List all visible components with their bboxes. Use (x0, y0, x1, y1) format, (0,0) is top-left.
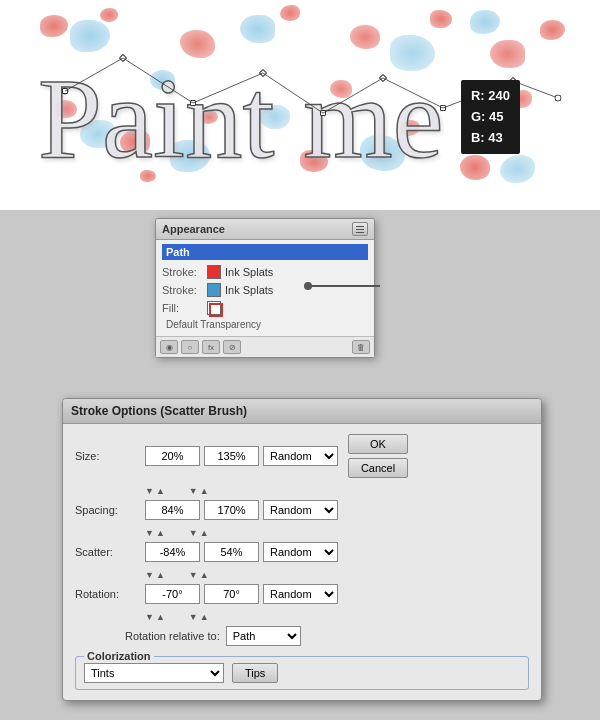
size-max-up[interactable]: ▲ (200, 486, 209, 496)
fill-row: Fill: (162, 299, 368, 317)
path-label: Path (166, 246, 190, 258)
anchor-point-9 (555, 95, 561, 101)
size-min-up[interactable]: ▲ (156, 486, 165, 496)
anchor-point-7 (440, 105, 446, 111)
panel-title-bar: Appearance (156, 219, 374, 240)
stroke2-label: Stroke: (162, 284, 207, 296)
panel-bottom-bar: ◉ ○ fx ⊘ 🗑 (156, 336, 374, 357)
menu-line-1 (356, 226, 364, 227)
clear-button[interactable]: ⊘ (223, 340, 241, 354)
rotation-min-up[interactable]: ▲ (156, 612, 165, 622)
rotation-max-down[interactable]: ▼ (189, 612, 198, 622)
spacing-label: Spacing: (75, 504, 145, 516)
size-type-dropdown[interactable]: Random Fixed Pressure (263, 446, 338, 466)
anchor-point-3 (190, 100, 196, 106)
spacing-arrows: ▼ ▲ ▼ ▲ (145, 528, 529, 538)
stroke1-label: Stroke: (162, 266, 207, 278)
anchor-point-1 (62, 88, 68, 94)
rotation-type-dropdown[interactable]: Random Fixed Pressure (263, 584, 338, 604)
scatter-label: Scatter: (75, 546, 145, 558)
b-value: 43 (488, 130, 502, 145)
size-min-down[interactable]: ▼ (145, 486, 154, 496)
spacing-max-up[interactable]: ▲ (200, 528, 209, 538)
scatter-input-group: Random Fixed Pressure (145, 542, 338, 562)
ok-cancel-group: OK Cancel (348, 434, 408, 478)
scatter-min-up[interactable]: ▲ (156, 570, 165, 580)
g-value: 45 (489, 109, 503, 124)
spacing-type-dropdown[interactable]: Random Fixed Pressure (263, 500, 338, 520)
size-max-input[interactable] (204, 446, 259, 466)
stroke1-swatch[interactable] (207, 265, 221, 279)
transparency-text: Default Transparency (162, 317, 368, 332)
colorization-inner: Tints Tints and Shades Hue Shift None Ti… (84, 663, 520, 683)
rotation-relative-row: Rotation relative to: Path Page None (125, 626, 529, 646)
tips-button[interactable]: Tips (232, 663, 278, 683)
connector-line (310, 285, 380, 287)
panel-title: Appearance (162, 223, 225, 235)
add-effect-button[interactable]: fx (202, 340, 220, 354)
anchor-point-5 (320, 110, 326, 116)
panel-body: Path Stroke: Ink Splats Stroke: Ink Spla… (156, 240, 374, 336)
dialog-body: Size: Random Fixed Pressure OK Cancel ▼ … (63, 424, 541, 700)
rotation-relative-label: Rotation relative to: (125, 630, 220, 642)
dialog-title: Stroke Options (Scatter Brush) (63, 399, 541, 424)
fill-swatch[interactable] (207, 301, 221, 315)
add-fill-button[interactable]: ○ (181, 340, 199, 354)
rotation-relative-dropdown[interactable]: Path Page None (226, 626, 301, 646)
color-tooltip: R: 240 G: 45 B: 43 (461, 80, 520, 154)
size-max-down[interactable]: ▼ (189, 486, 198, 496)
spacing-row: Spacing: Random Fixed Pressure (75, 500, 529, 520)
stroke1-value[interactable]: Ink Splats (225, 266, 273, 278)
panel-menu-button[interactable] (352, 222, 368, 236)
ok-button[interactable]: OK (348, 434, 408, 454)
panel-path-header: Path (162, 244, 368, 260)
menu-line-2 (356, 229, 364, 230)
size-row: Size: Random Fixed Pressure OK Cancel (75, 434, 529, 478)
canvas-area: Paint me Paint me R: 240 G: 45 B: 43 (0, 0, 600, 210)
menu-line-3 (356, 232, 364, 233)
stroke-options-dialog: Stroke Options (Scatter Brush) Size: Ran… (62, 398, 542, 701)
rotation-max-input[interactable] (204, 584, 259, 604)
scatter-row: Scatter: Random Fixed Pressure (75, 542, 529, 562)
scatter-arrows: ▼ ▲ ▼ ▲ (145, 570, 529, 580)
rotation-min-down[interactable]: ▼ (145, 612, 154, 622)
size-input-group: Random Fixed Pressure OK Cancel (145, 434, 408, 478)
rotation-min-input[interactable] (145, 584, 200, 604)
colorization-legend: Colorization (84, 650, 154, 662)
spacing-input-group: Random Fixed Pressure (145, 500, 338, 520)
rotation-arrows: ▼ ▲ ▼ ▲ (145, 612, 529, 622)
rotation-max-up[interactable]: ▲ (200, 612, 209, 622)
fill-label: Fill: (162, 302, 207, 314)
size-label: Size: (75, 450, 145, 462)
colorization-box: Colorization Tints Tints and Shades Hue … (75, 656, 529, 690)
rotation-input-group: Random Fixed Pressure (145, 584, 338, 604)
size-arrows: ▼ ▲ ▼ ▲ (145, 486, 529, 496)
stroke2-row: Stroke: Ink Splats (162, 281, 368, 299)
stroke2-swatch[interactable] (207, 283, 221, 297)
colorization-method-dropdown[interactable]: Tints Tints and Shades Hue Shift None (84, 663, 224, 683)
scatter-max-up[interactable]: ▲ (200, 570, 209, 580)
size-min-input[interactable] (145, 446, 200, 466)
connector-dot (304, 282, 312, 290)
b-label: B: (471, 130, 485, 145)
spacing-min-down[interactable]: ▼ (145, 528, 154, 538)
scatter-max-input[interactable] (204, 542, 259, 562)
add-stroke-button[interactable]: ◉ (160, 340, 178, 354)
scatter-type-dropdown[interactable]: Random Fixed Pressure (263, 542, 338, 562)
delete-button[interactable]: 🗑 (352, 340, 370, 354)
rotation-label: Rotation: (75, 588, 145, 600)
scatter-min-down[interactable]: ▼ (145, 570, 154, 580)
spacing-min-input[interactable] (145, 500, 200, 520)
spacing-max-down[interactable]: ▼ (189, 528, 198, 538)
g-label: G: (471, 109, 485, 124)
spacing-min-up[interactable]: ▲ (156, 528, 165, 538)
r-label: R: (471, 88, 485, 103)
scatter-max-down[interactable]: ▼ (189, 570, 198, 580)
stroke2-value[interactable]: Ink Splats (225, 284, 273, 296)
spacing-max-input[interactable] (204, 500, 259, 520)
scatter-min-input[interactable] (145, 542, 200, 562)
cancel-button[interactable]: Cancel (348, 458, 408, 478)
r-value: 240 (488, 88, 510, 103)
rotation-row: Rotation: Random Fixed Pressure (75, 584, 529, 604)
stroke1-row: Stroke: Ink Splats (162, 263, 368, 281)
